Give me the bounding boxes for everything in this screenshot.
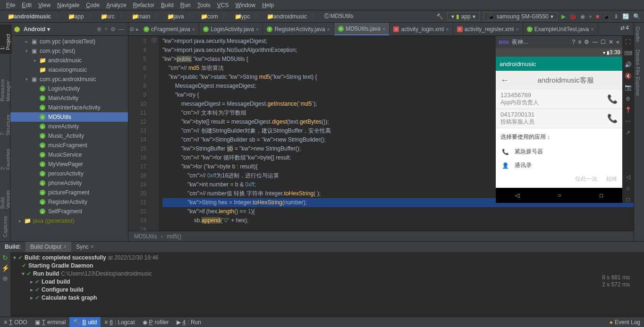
build-tab[interactable]: Build: bbox=[0, 242, 25, 252]
menu-analyze[interactable]: Analyze bbox=[103, 2, 130, 8]
bottom-tab[interactable]: ≡ 6: Logcat bbox=[101, 317, 138, 327]
device-selector[interactable]: 📱 samsung SM-G9550 ▾ bbox=[483, 12, 558, 21]
bottom-tab[interactable]: ◉ Profiler bbox=[139, 317, 173, 327]
tree-item[interactable]: cLoginActivity bbox=[10, 84, 128, 93]
emulator-titlebar[interactable]: ᴎox 夜神... ? ≡ ⚙ — ☐ ✕ « bbox=[496, 36, 622, 48]
menu-help[interactable]: Help bbox=[259, 2, 277, 8]
build-output[interactable]: 8 s 681 ms 2 s 572 ms ▾ ✔ Build: complet… bbox=[10, 252, 644, 317]
tree-item[interactable]: cmusicFragment bbox=[10, 141, 128, 150]
breadcrumb-item[interactable]: 📁 androidmusic bbox=[4, 13, 53, 20]
sheet-option[interactable]: 👤通讯录 bbox=[500, 159, 618, 172]
build-row[interactable]: ▾ ✔ Build: completed successfully at 202… bbox=[13, 254, 641, 262]
tree-item[interactable]: ▾▣com.ypc (test) bbox=[10, 46, 128, 56]
recent-btn-icon[interactable]: □ bbox=[626, 196, 629, 203]
tree-item[interactable]: cMainInterfaceActivity bbox=[10, 103, 128, 112]
menu-code[interactable]: Code bbox=[83, 2, 103, 8]
tree-item[interactable]: 📁xiaoxiongmusic bbox=[10, 65, 128, 75]
maximize-icon[interactable]: ☐ bbox=[601, 39, 606, 45]
breadcrumb-item[interactable]: 📁 main bbox=[128, 13, 152, 20]
tree-item[interactable]: cMusicService bbox=[10, 150, 128, 159]
close-icon[interactable]: × bbox=[192, 26, 195, 32]
build-row[interactable]: ▾ ✔ Run build C:\Users\123\Desktop\andro… bbox=[13, 270, 641, 278]
build-tab[interactable]: Build Output × bbox=[25, 242, 71, 252]
menu-build[interactable]: Build bbox=[158, 2, 177, 8]
keyboard-icon[interactable]: ⌨ bbox=[624, 50, 632, 57]
close-icon[interactable]: × bbox=[446, 26, 449, 32]
rerun-icon[interactable]: ↻ bbox=[2, 254, 8, 261]
close-icon[interactable]: × bbox=[516, 26, 518, 32]
stop-icon[interactable]: ■ bbox=[596, 13, 599, 20]
attach-icon[interactable]: ⌖ bbox=[589, 13, 592, 20]
bottom-tab[interactable]: ▶ 4: Run bbox=[173, 317, 205, 327]
build-row[interactable]: ✔ Starting Gradle Daemon bbox=[13, 262, 641, 270]
editor-tab[interactable]: cExampleUnitTest.java× bbox=[523, 23, 598, 35]
profile-icon[interactable]: ◉ bbox=[580, 13, 585, 20]
menu-view[interactable]: View bbox=[35, 2, 54, 8]
menu-navigate[interactable]: Navigate bbox=[54, 2, 83, 8]
breadcrumb-item[interactable]: 📁 java bbox=[163, 13, 186, 20]
tool-tab[interactable]: Gradle bbox=[634, 23, 642, 46]
bottom-tab[interactable]: ▣ Terminal bbox=[31, 317, 70, 327]
hide-icon[interactable]: — bbox=[119, 26, 124, 33]
contact-item[interactable]: 123456789App内容负责人📞 bbox=[496, 90, 622, 109]
help-icon[interactable]: ? bbox=[572, 39, 576, 45]
back-btn-icon[interactable]: ◁ bbox=[626, 174, 630, 180]
tab-settings-icon[interactable]: ⚙ ▸ bbox=[128, 23, 140, 35]
breadcrumb-item[interactable]: 📁 androidmusic bbox=[263, 13, 309, 20]
menu-edit[interactable]: Edit bbox=[18, 2, 35, 8]
avd-icon[interactable]: 📱 bbox=[603, 13, 610, 20]
mute-icon[interactable]: 🔇 bbox=[625, 73, 632, 79]
build-row[interactable]: ▸ ✔ Calculate task graph bbox=[13, 294, 641, 302]
recent-nav-icon[interactable]: □ bbox=[600, 192, 603, 199]
expand-icon[interactable]: ⊕ bbox=[2, 275, 8, 282]
collapse-icon[interactable]: « bbox=[616, 39, 619, 45]
tree-item[interactable]: cMD5Utils bbox=[10, 112, 128, 122]
tree-item[interactable]: cMusic_Activity bbox=[10, 131, 128, 141]
bottom-tab[interactable]: 🔨 Build bbox=[69, 317, 101, 327]
tree-item[interactable]: cmoreActivity bbox=[10, 122, 128, 131]
build-row[interactable]: ▸ ✔ Load build bbox=[13, 278, 641, 286]
tool-tab[interactable]: 2: Favorites bbox=[0, 139, 12, 174]
home-nav-icon[interactable]: ○ bbox=[558, 192, 561, 199]
editor-tab[interactable]: cLoginActivity.java× bbox=[199, 23, 263, 35]
build-tab[interactable]: Sync × bbox=[71, 242, 99, 252]
editor-tab[interactable]: xactivity_register.xml× bbox=[453, 23, 523, 35]
more-icon[interactable]: ⋯ bbox=[625, 118, 631, 125]
target-icon[interactable]: ⊕ bbox=[97, 26, 102, 33]
breadcrumb-item[interactable]: 📁 ypc bbox=[231, 13, 252, 20]
close-icon[interactable]: × bbox=[327, 26, 330, 32]
build-row[interactable]: ▸ ✔ Configure build bbox=[13, 286, 641, 294]
tool-tab[interactable]: Captures bbox=[1, 212, 9, 241]
tool-tab[interactable]: 1: Project bbox=[0, 25, 12, 54]
close-icon[interactable]: ✕ bbox=[609, 39, 613, 45]
breadcrumb-item[interactable]: 📁 app bbox=[64, 13, 85, 20]
close-icon[interactable]: × bbox=[382, 26, 385, 32]
run-icon[interactable]: ▶ bbox=[561, 13, 566, 20]
back-icon[interactable]: ← bbox=[500, 75, 509, 85]
editor-breadcrumb[interactable]: MD5Utils › md5() bbox=[128, 231, 634, 241]
once-button[interactable]: 仅此一次 bbox=[575, 175, 598, 183]
hidden-tabs-indicator[interactable]: ⇄4 bbox=[618, 24, 632, 32]
tool-tab[interactable]: 7: Structure bbox=[0, 105, 12, 139]
filter-icon[interactable]: ⚡ bbox=[1, 264, 9, 272]
home-btn-icon[interactable]: ⌂ bbox=[626, 185, 629, 192]
call-icon[interactable]: 📞 bbox=[607, 94, 618, 104]
project-tree[interactable]: ▸▣com.ypc (androidTest)▾▣com.ypc (test)▸… bbox=[10, 36, 128, 241]
tree-item[interactable]: ▸📁java (generated) bbox=[10, 216, 128, 226]
collapse-icon[interactable]: ÷ bbox=[104, 26, 108, 33]
fullscreen-icon[interactable]: ⛶ bbox=[625, 39, 631, 45]
gear-icon[interactable]: ⚙ bbox=[110, 26, 116, 33]
always-button[interactable]: 始终 bbox=[606, 175, 618, 183]
menu-window[interactable]: Window bbox=[232, 2, 259, 8]
search-icon[interactable]: 🔍 bbox=[633, 13, 640, 20]
install-icon[interactable]: ⊕ bbox=[626, 95, 630, 102]
tree-item[interactable]: ▸📁androidmusic bbox=[10, 56, 128, 65]
menu-vcs[interactable]: VCS bbox=[214, 2, 232, 8]
gear-icon[interactable]: ⚙ bbox=[584, 39, 589, 45]
tool-tab[interactable]: Device File Explorer bbox=[634, 46, 642, 100]
sync-icon[interactable]: 🔄 bbox=[622, 13, 629, 20]
tool-tab[interactable]: Build Variants bbox=[0, 174, 12, 212]
hammer-icon[interactable]: 🔨 bbox=[436, 13, 443, 20]
tree-item[interactable]: ▾▣com.ypc.androidmusic bbox=[10, 75, 128, 84]
event-log-tab[interactable]: ●Event Log bbox=[606, 317, 644, 327]
